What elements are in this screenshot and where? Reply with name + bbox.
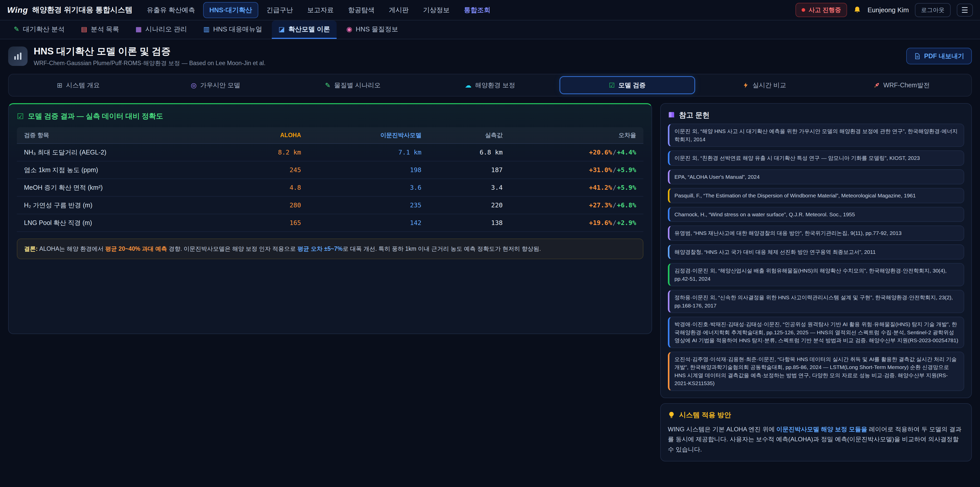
logout-button[interactable]: 로그아웃: [915, 3, 951, 17]
tab-substance-scenarios[interactable]: ✎ 물질별 시나리오: [285, 77, 420, 94]
validation-card: ☑ 모델 검증 결과 — 실측 데이터 대비 정확도 검증 항목 ALOHA 이…: [8, 103, 652, 334]
bell-icon: [853, 6, 861, 14]
column-header-error: 오차율: [510, 127, 643, 144]
reference-item: 이문진 외, “해양 HNS 사고 시 대기확산 예측을 위한 가우시안 모델의…: [668, 124, 964, 147]
validation-title: 모델 검증 결과 — 실측 데이터 대비 정확도: [28, 111, 163, 121]
lightning-icon: [743, 82, 749, 88]
pill-icon: ◉: [346, 26, 352, 32]
table-row: MeOH 증기 확산 면적 (km²) 4.8 3.6 3.4 +41.2%+5…: [17, 179, 643, 196]
references-list: 이문진 외, “해양 HNS 사고 시 대기확산 예측을 위한 가우시안 모델의…: [668, 124, 964, 391]
table-row: H₂ 가연성 구름 반경 (m) 280 235 220 +27.3%+6.8%: [17, 196, 643, 214]
reference-item: EPA, “ALOHA User's Manual”, 2024: [668, 169, 964, 185]
tab-wrf-chem[interactable]: WRF-Chem발전: [834, 77, 969, 94]
error-cell: +20.6%+4.4%: [510, 144, 643, 161]
grid-icon: ⊞: [57, 82, 62, 89]
reference-item: Pasquill, F., “The Estimation of the Dis…: [668, 188, 964, 203]
tab-label: 모델 검증: [618, 81, 646, 89]
page-header: HNS 대기확산 모델 이론 및 검증 WRF-Chem·Gaussian Pl…: [0, 39, 980, 73]
table-row: LNG Pool 확산 직경 (m) 165 142 138 +19.6%+2.…: [17, 214, 643, 232]
page-chart-tile-icon: [8, 46, 27, 66]
nav-item-board[interactable]: 게시판: [383, 2, 415, 18]
document-icon: [914, 53, 921, 59]
tab-label: 실시간 비교: [752, 81, 786, 89]
column-header-model: 이문진박사모델: [308, 127, 429, 144]
nav-item-aerial-search[interactable]: 항공탐색: [342, 2, 381, 18]
cloud-icon: ☁: [465, 82, 472, 89]
tab-marine-correction[interactable]: ☁ 해양환경 보정: [422, 77, 558, 94]
error-cell: +41.2%+5.9%: [510, 179, 643, 196]
table-header-row: 검증 항목 ALOHA 이문진박사모델 실측값 오차율: [17, 127, 643, 144]
pdf-export-button[interactable]: PDF 내보내기: [906, 48, 972, 64]
subnav-item-scenario-manage[interactable]: ▦ 시나리오 관리: [129, 21, 194, 39]
table-row: 염소 1km 지점 농도 (ppm) 245 198 187 +31.0%+5.…: [17, 161, 643, 179]
subnav-label: 확산모델 이론: [288, 25, 330, 34]
right-column: 참고 문헌 이문진 외, “해양 HNS 사고 시 대기확산 예측을 위한 가우…: [660, 103, 972, 461]
subnav-label: 분석 목록: [91, 25, 119, 34]
navbar-menu: 유출유 확산예측 HNS·대기확산 긴급구난 보고자료 항공탐색 게시판 기상정…: [141, 2, 788, 18]
main-content: ☑ 모델 검증 결과 — 실측 데이터 대비 정확도 검증 항목 ALOHA 이…: [0, 103, 980, 474]
nav-item-rescue[interactable]: 긴급구난: [260, 2, 299, 18]
tab-gaussian-model[interactable]: ◎ 가우시안 모델: [148, 77, 283, 94]
subnav: ✎ 대기확산 분석 ▤ 분석 목록 ▦ 시나리오 관리 ▥ HNS 대응매뉴얼 …: [0, 21, 980, 39]
application-title: 시스템 적용 방안: [679, 410, 731, 420]
subnav-item-model-theory[interactable]: ◪ 확산모델 이론: [272, 21, 337, 39]
navbar-right: 사고 진행중 Eunjeong Kim 로그아웃 ☰: [795, 3, 973, 17]
subnav-label: HNS 대응매뉴얼: [213, 25, 262, 34]
pdf-export-label: PDF 내보내기: [924, 52, 964, 60]
tab-label: 시스템 개요: [66, 81, 100, 89]
reference-item: 김정겸·이문진 외, “해양산업시설 배출 위험유해물질(HNS)의 해양확산 …: [668, 263, 964, 286]
subnav-item-atmos-analysis[interactable]: ✎ 대기확산 분석: [7, 21, 71, 39]
check-square-icon: ☑: [609, 82, 615, 89]
nav-item-reports[interactable]: 보고자료: [301, 2, 340, 18]
chart-icon: ◪: [278, 26, 285, 32]
subnav-label: HNS 물질정보: [356, 25, 398, 34]
subnav-item-hns-substance-info[interactable]: ◉ HNS 물질정보: [340, 21, 405, 39]
conclusion-note-text: 결론: ALOHA는 해양 환경에서 평균 20~40% 과대 예측 경향. 이…: [24, 246, 541, 252]
tab-label: 해양환경 보정: [475, 81, 515, 89]
validation-title-row: ☑ 모델 검증 결과 — 실측 데이터 대비 정확도: [17, 111, 643, 121]
application-paragraph: WING 시스템은 기본 ALOHA 엔진 위에 이문진박사모델 해양 보정 모…: [668, 424, 964, 455]
nav-item-oil-spill[interactable]: 유출유 확산예측: [141, 2, 201, 18]
notifications-button[interactable]: [853, 6, 861, 14]
error-cell: +19.6%+2.9%: [510, 214, 643, 232]
reference-item: 유영범, “HNS 재난사고에 대한 해양경찰의 대응 방안”, 한국위기관리논…: [668, 225, 964, 241]
column-header-aloha: ALOHA: [227, 127, 308, 144]
user-name: Eunjeong Kim: [867, 6, 909, 14]
table-row: NH₃ 최대 도달거리 (AEGL-2) 8.2 km 7.1 km 6.8 k…: [17, 144, 643, 161]
brand: Wing 해양환경 위기대응 통합시스템: [7, 5, 132, 15]
nav-item-weather[interactable]: 기상정보: [417, 2, 456, 18]
top-navbar: Wing 해양환경 위기대응 통합시스템 유출유 확산예측 HNS·대기확산 긴…: [0, 0, 980, 21]
error-cell: +27.3%+6.8%: [510, 196, 643, 214]
hamburger-menu-icon[interactable]: ☰: [957, 3, 973, 17]
lightbulb-icon: [668, 411, 675, 418]
gaussian-circle-icon: ◎: [191, 82, 197, 89]
page-subtitle: WRF-Chem·Gaussian Plume/Puff·ROMS·해양환경 보…: [34, 59, 266, 67]
tab-realtime-compare[interactable]: 실시간 비교: [697, 77, 832, 94]
tab-label: 가우시안 모델: [200, 81, 240, 89]
red-book-icon: ▤: [81, 26, 87, 32]
incident-status-label: 사고 진행중: [809, 6, 841, 14]
brand-title: 해양환경 위기대응 통합시스템: [32, 5, 132, 15]
page-title-block: HNS 대기확산 모델 이론 및 검증 WRF-Chem·Gaussian Pl…: [34, 45, 266, 67]
content-tabs: ⊞ 시스템 개요 ◎ 가우시안 모델 ✎ 물질별 시나리오 ☁ 해양환경 보정 …: [8, 74, 972, 97]
reference-item: 박경애·이진호·박재진·김태성·김태성·이문진, “인공위성 원격탐사 기반 A…: [668, 317, 964, 348]
rocket-icon: [873, 82, 880, 88]
pencil-icon: ✎: [325, 82, 331, 89]
pencil-icon: ✎: [14, 26, 19, 32]
tab-system-overview[interactable]: ⊞ 시스템 개요: [11, 77, 146, 94]
tab-label: WRF-Chem발전: [883, 81, 930, 89]
tab-model-validation[interactable]: ☑ 모델 검증: [560, 77, 695, 94]
subnav-label: 시나리오 관리: [145, 25, 187, 34]
wing-logo: Wing: [7, 5, 28, 15]
subnav-item-analysis-list[interactable]: ▤ 분석 목록: [74, 21, 126, 39]
nav-item-hns-atmos[interactable]: HNS·대기확산: [203, 2, 258, 18]
subnav-label: 대기확산 분석: [23, 25, 65, 34]
nav-item-integrated-search[interactable]: 통합조회: [458, 2, 496, 18]
incident-status-badge: 사고 진행중: [795, 3, 847, 17]
blue-book-icon: ▥: [204, 26, 210, 32]
alert-dot-icon: [802, 8, 805, 12]
conclusion-note: 결론: ALOHA는 해양 환경에서 평균 20~40% 과대 예측 경향. 이…: [17, 238, 643, 259]
validation-table: 검증 항목 ALOHA 이문진박사모델 실측값 오차율 NH₃ 최대 도달거리 …: [17, 127, 643, 232]
error-cell: +31.0%+5.9%: [510, 161, 643, 179]
subnav-item-hns-manual[interactable]: ▥ HNS 대응매뉴얼: [197, 21, 269, 39]
